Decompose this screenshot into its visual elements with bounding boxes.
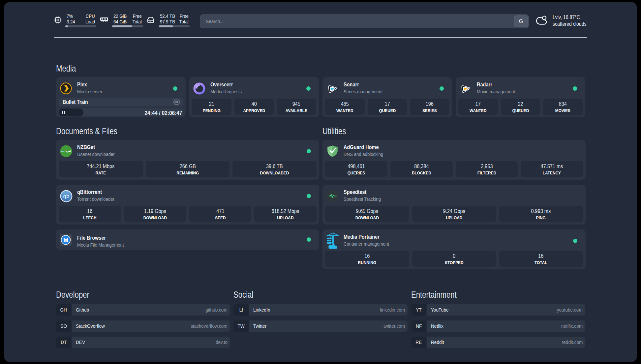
svg-text:qb: qb [63, 193, 70, 199]
svg-text:nzbget: nzbget [61, 150, 71, 153]
